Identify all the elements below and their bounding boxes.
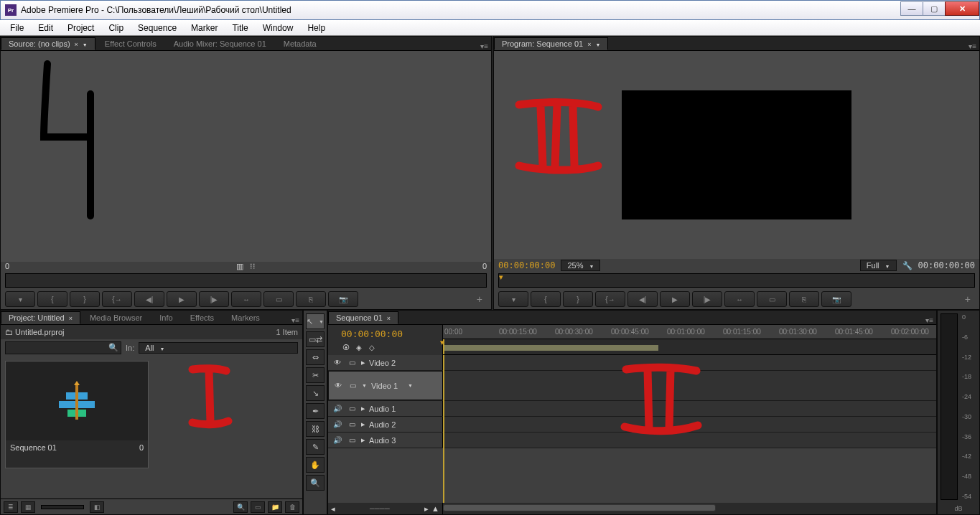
minimize-button[interactable]: —: [900, 1, 923, 16]
hand-tool[interactable]: ✋: [306, 457, 325, 473]
menu-title[interactable]: Title: [225, 21, 255, 35]
track-lane[interactable]: [443, 433, 936, 448]
lock-icon[interactable]: ▭: [347, 382, 358, 389]
track-lane[interactable]: [443, 417, 936, 432]
tab-source[interactable]: Source: (no clips)×: [1, 37, 95, 50]
zoom-slider[interactable]: ━━━━: [338, 504, 421, 514]
new-item-button[interactable]: ▭: [251, 501, 265, 513]
go-in-button[interactable]: {→: [102, 291, 132, 307]
tab-project[interactable]: Project: Untitled×: [1, 311, 80, 324]
new-bin-button[interactable]: 📁: [268, 501, 282, 513]
lift-button[interactable]: ▭: [757, 291, 787, 307]
razor-tool[interactable]: ✂: [306, 367, 325, 383]
menu-help[interactable]: Help: [300, 21, 332, 35]
lock-icon[interactable]: ▭: [347, 436, 357, 444]
find-button[interactable]: 🔍: [233, 501, 248, 513]
timeline-ruler[interactable]: 00:00 00:00:15:00 00:00:30:00 00:00:45:0…: [443, 325, 936, 339]
tab-sequence[interactable]: Sequence 01×: [328, 311, 398, 324]
timeline-tc[interactable]: 00:00:00:00: [341, 329, 442, 339]
overwrite-button[interactable]: ⎘: [296, 291, 326, 307]
close-icon[interactable]: ×: [587, 41, 591, 48]
zoom-tool[interactable]: 🔍: [306, 475, 325, 491]
speaker-icon[interactable]: 🔊: [332, 420, 342, 428]
speaker-icon[interactable]: 🔊: [332, 436, 342, 444]
slip-tool[interactable]: ↘: [306, 385, 325, 401]
expand-icon[interactable]: ▼: [362, 383, 367, 388]
menu-edit[interactable]: Edit: [31, 21, 60, 35]
zoom-out-icon[interactable]: ◂: [331, 504, 335, 514]
panel-menu-icon[interactable]: ▾≡: [291, 316, 299, 324]
zoom-in-icon[interactable]: ▸: [424, 504, 429, 514]
pen-tool[interactable]: ✒: [306, 403, 325, 419]
track-lane[interactable]: [443, 371, 936, 400]
panel-menu-icon[interactable]: ▾≡: [969, 42, 976, 50]
panel-menu-icon[interactable]: ▾≡: [925, 316, 933, 324]
close-icon[interactable]: ×: [75, 41, 78, 48]
speaker-icon[interactable]: 🔊: [332, 405, 342, 412]
track-select-tool[interactable]: ▭⇄: [306, 331, 325, 347]
sequence-card[interactable]: Sequence 01 0: [5, 361, 149, 468]
thumb-size-slider[interactable]: [41, 505, 84, 509]
sort-button[interactable]: ◧: [90, 501, 104, 513]
rate-stretch-tool[interactable]: ⛓: [306, 421, 325, 437]
lock-icon[interactable]: ▭: [347, 405, 357, 412]
step-back-button[interactable]: ◀|: [627, 291, 658, 307]
source-viewport[interactable]: [1, 51, 491, 262]
track-video-2[interactable]: 👁▭▶Video 2: [328, 355, 936, 371]
maximize-button[interactable]: ▢: [923, 1, 946, 16]
close-icon[interactable]: ×: [69, 315, 73, 322]
export-frame-button[interactable]: 📷: [821, 291, 851, 307]
program-viewport[interactable]: [494, 51, 979, 259]
expand-icon[interactable]: ▶: [361, 438, 365, 443]
close-icon[interactable]: ×: [387, 315, 391, 322]
menu-window[interactable]: Window: [256, 21, 301, 35]
timeline-workbar[interactable]: ▾: [443, 339, 936, 355]
source-scrubber[interactable]: [5, 273, 487, 288]
playhead-line[interactable]: [443, 355, 444, 503]
selection-tool[interactable]: ↖: [306, 313, 325, 329]
type-tool[interactable]: ✎: [306, 439, 325, 455]
snap-icon[interactable]: ⦿: [341, 344, 351, 351]
program-tc[interactable]: 00:00:00:00: [498, 260, 555, 270]
list-view-button[interactable]: ≣: [4, 501, 18, 513]
track-audio-2[interactable]: 🔊▭▶Audio 2: [328, 417, 936, 433]
play-button[interactable]: ▶: [660, 291, 690, 307]
panel-menu-icon[interactable]: ▾≡: [480, 42, 488, 50]
step-fwd-button[interactable]: |▶: [692, 291, 722, 307]
zoom-select[interactable]: 25%: [561, 260, 600, 271]
eye-icon[interactable]: 👁: [332, 359, 342, 367]
step-fwd-button[interactable]: |▶: [199, 291, 229, 307]
extract-button[interactable]: ⎘: [789, 291, 819, 307]
expand-icon[interactable]: ▶: [361, 422, 365, 427]
lock-icon[interactable]: ▭: [347, 359, 357, 367]
tab-metadata[interactable]: Metadata: [276, 37, 325, 50]
timeline-scrollbar[interactable]: [443, 503, 936, 514]
track-lane[interactable]: [443, 355, 936, 370]
marker-button[interactable]: ▾: [5, 291, 35, 307]
insert-button[interactable]: ▭: [263, 291, 294, 307]
mark-in-button[interactable]: {: [531, 291, 561, 307]
work-area-bar[interactable]: [443, 345, 658, 351]
mark-out-button[interactable]: }: [563, 291, 593, 307]
mark-in-button[interactable]: {: [37, 291, 67, 307]
add-button[interactable]: +: [961, 293, 975, 305]
tab-markers[interactable]: Markers: [223, 311, 268, 324]
go-in-button[interactable]: {→: [595, 291, 625, 307]
settings-icon[interactable]: ◇: [367, 344, 377, 351]
go-out-button[interactable]: ↔: [231, 291, 261, 307]
menu-project[interactable]: Project: [60, 21, 101, 35]
add-button[interactable]: +: [472, 293, 487, 305]
expand-icon[interactable]: ▶: [361, 360, 365, 366]
menu-marker[interactable]: Marker: [184, 21, 225, 35]
search-icon[interactable]: 🔍: [108, 343, 118, 352]
expand-icon[interactable]: ▶: [361, 406, 365, 412]
marker-button[interactable]: ▾: [498, 291, 528, 307]
settings-icon[interactable]: 🔧: [902, 261, 913, 270]
track-video-1[interactable]: 👁▭▼Video 1: [328, 371, 936, 401]
delete-button[interactable]: 🗑: [285, 501, 299, 513]
track-audio-1[interactable]: 🔊▭▶Audio 1: [328, 401, 936, 417]
tab-media-browser[interactable]: Media Browser: [82, 311, 150, 324]
marker-icon[interactable]: ◈: [354, 344, 364, 351]
resolution-select[interactable]: Full: [860, 260, 897, 271]
filter-select[interactable]: All: [139, 342, 298, 354]
